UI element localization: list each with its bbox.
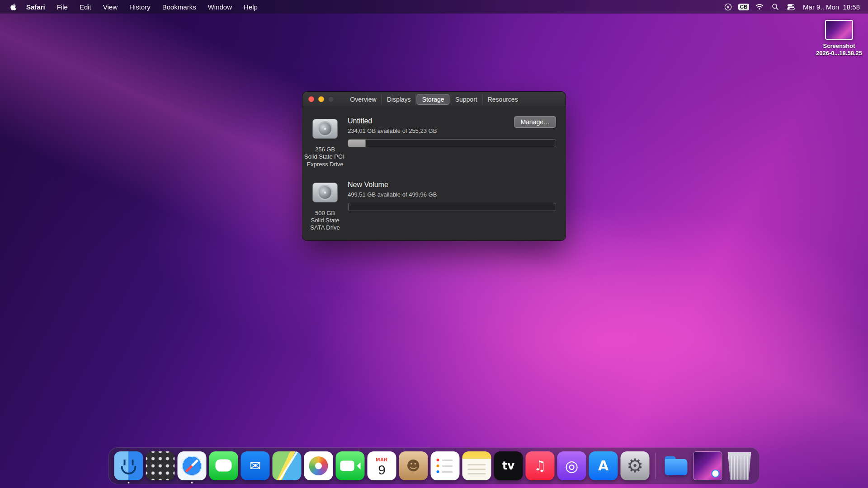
- storage-usage-fill: [348, 203, 349, 211]
- contacts-icon[interactable]: ☻: [399, 451, 428, 480]
- drive-row-new-volume: 500 GB Solid State SATA Drive New Volume…: [302, 181, 556, 232]
- close-button[interactable]: [308, 96, 314, 102]
- running-indicator: [191, 482, 193, 483]
- safari-icon-tile: [178, 451, 207, 480]
- screenshot-filename-line2: 2026-0...18.58.25: [816, 50, 862, 57]
- calendar-month-label: MAR: [376, 456, 388, 463]
- facetime-icon[interactable]: [336, 451, 365, 480]
- music-icon[interactable]: ♫: [526, 451, 555, 480]
- storage-usage-bar: [348, 203, 556, 211]
- app-store-icon-glyph: A: [598, 459, 609, 473]
- launchpad-icon[interactable]: [146, 451, 175, 480]
- hard-drive-icon: [312, 183, 338, 202]
- spotlight-search-icon[interactable]: [770, 3, 781, 10]
- downloads-folder-icon-tile: [662, 451, 691, 480]
- menu-help[interactable]: Help: [238, 3, 263, 11]
- menu-view[interactable]: View: [98, 3, 123, 11]
- reminders-icon[interactable]: [431, 451, 460, 480]
- calendar-day-label: 9: [378, 463, 386, 477]
- apple-menu[interactable]: [6, 3, 20, 11]
- tab-storage[interactable]: Storage: [417, 94, 450, 105]
- app-store-icon[interactable]: A: [589, 451, 618, 480]
- facetime-icon-tile: [336, 451, 365, 480]
- drive-availability: 499,51 GB available of 499,96 GB: [348, 191, 556, 198]
- wifi-icon[interactable]: [754, 4, 765, 10]
- reminders-icon-tile: [431, 451, 460, 480]
- messages-icon[interactable]: [209, 451, 238, 480]
- app-store-icon-tile: A: [589, 451, 618, 480]
- trash-icon[interactable]: [725, 451, 754, 480]
- system-preferences-icon[interactable]: ⚙: [621, 451, 650, 480]
- screenshot-file-icon-tile: [693, 451, 722, 480]
- finder-icon-tile: [114, 451, 143, 480]
- podcasts-icon[interactable]: ◎: [557, 451, 586, 480]
- downloads-folder-icon[interactable]: [662, 451, 691, 480]
- drive-availability: 234,01 GB available of 255,23 GB: [348, 127, 556, 134]
- menu-bookmarks[interactable]: Bookmarks: [157, 3, 202, 11]
- trash-icon-tile: [725, 451, 754, 480]
- mail-icon[interactable]: ✉: [241, 451, 270, 480]
- tab-overview[interactable]: Overview: [345, 94, 382, 104]
- calendar-icon[interactable]: MAR9: [368, 451, 396, 480]
- contacts-icon-tile: ☻: [399, 451, 428, 480]
- storage-pane: 256 GB Solid State PCI- Express Drive Un…: [302, 117, 566, 232]
- screenshot-filename: Screenshot 2026-0...18.58.25: [816, 42, 862, 57]
- podcasts-icon-tile: ◎: [557, 451, 586, 480]
- system-preferences-icon-glyph: ⚙: [627, 456, 644, 475]
- now-playing-icon[interactable]: [722, 3, 734, 11]
- screenshot-file-icon[interactable]: [693, 451, 722, 480]
- menu-bar: Safari File Edit View History Bookmarks …: [0, 0, 868, 14]
- tab-support[interactable]: Support: [450, 94, 483, 104]
- finder-icon[interactable]: [114, 451, 143, 480]
- window-titlebar[interactable]: Overview Displays Storage Support Resour…: [302, 92, 566, 107]
- messages-icon-tile: [209, 451, 238, 480]
- menu-window[interactable]: Window: [203, 3, 237, 11]
- storage-usage-bar: [348, 139, 556, 147]
- contacts-icon-glyph: ☻: [406, 459, 420, 473]
- apple-tv-icon-glyph: tv: [502, 460, 514, 471]
- zoom-button: [328, 96, 334, 102]
- menu-file[interactable]: File: [52, 3, 73, 11]
- drive-capacity-label: 500 GB Solid State SATA Drive: [310, 210, 340, 232]
- calendar-icon-tile: MAR9: [368, 451, 396, 480]
- screenshot-filename-line1: Screenshot: [816, 42, 862, 50]
- dock: ✉MAR9☻tv♫◎A⚙: [108, 447, 760, 484]
- hard-drive-icon: [312, 119, 338, 139]
- maps-icon-tile: [273, 451, 302, 480]
- apple-tv-icon-tile: tv: [494, 451, 523, 480]
- photos-icon[interactable]: [304, 451, 333, 480]
- drive-row-untitled: 256 GB Solid State PCI- Express Drive Un…: [302, 117, 556, 168]
- control-center-icon[interactable]: [785, 4, 797, 10]
- drive-name: New Volume: [348, 181, 556, 189]
- traffic-lights: [308, 96, 334, 102]
- minimize-button[interactable]: [318, 96, 324, 102]
- podcasts-icon-glyph: ◎: [565, 458, 579, 474]
- mail-icon-tile: ✉: [241, 451, 270, 480]
- launchpad-icon-tile: [146, 451, 175, 480]
- active-app-menu[interactable]: Safari: [21, 3, 51, 11]
- manage-button[interactable]: Manage…: [514, 116, 556, 128]
- running-indicator: [128, 482, 130, 483]
- maps-icon[interactable]: [273, 451, 302, 480]
- menu-edit[interactable]: Edit: [74, 3, 97, 11]
- apple-logo-icon: [10, 3, 17, 11]
- menu-bar-clock[interactable]: Mar 9., Mon 18:58: [801, 3, 862, 11]
- notes-icon[interactable]: [462, 451, 491, 480]
- music-icon-tile: ♫: [526, 451, 555, 480]
- screenshot-thumbnail: [825, 20, 853, 40]
- notes-icon-tile: [462, 451, 491, 480]
- menu-history[interactable]: History: [124, 3, 156, 11]
- dock-divider: [656, 453, 656, 479]
- apple-tv-icon[interactable]: tv: [494, 451, 523, 480]
- keyboard-layout-badge[interactable]: GB: [738, 4, 750, 10]
- system-preferences-icon-tile: ⚙: [621, 451, 650, 480]
- window-tabs: Overview Displays Storage Support Resour…: [345, 94, 523, 105]
- drive-capacity-label: 256 GB Solid State PCI- Express Drive: [304, 146, 346, 168]
- storage-usage-fill: [348, 140, 366, 147]
- tab-resources[interactable]: Resources: [483, 94, 523, 104]
- mail-icon-glyph: ✉: [250, 459, 261, 473]
- tab-displays[interactable]: Displays: [382, 94, 416, 104]
- safari-icon[interactable]: [178, 451, 207, 480]
- desktop-screenshot-file[interactable]: Screenshot 2026-0...18.58.25: [807, 20, 868, 57]
- music-icon-glyph: ♫: [534, 459, 546, 473]
